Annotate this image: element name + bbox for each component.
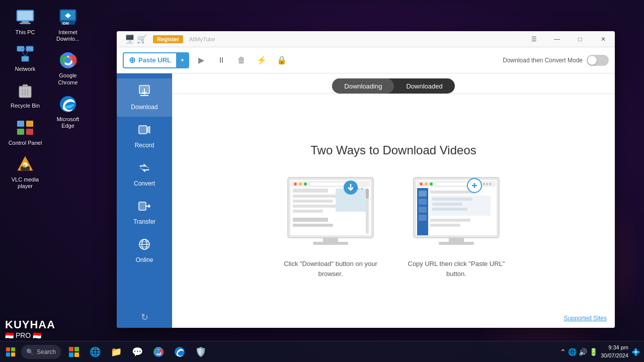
svg-rect-2	[22, 21, 29, 23]
paste-url-dropdown[interactable]: ▾	[176, 53, 188, 67]
svg-rect-58	[293, 210, 323, 213]
tray-volume[interactable]: 🔊	[579, 348, 587, 356]
this-pc-label: This PC	[15, 29, 35, 36]
title-icon-2: 🛒	[137, 34, 147, 44]
svg-point-52	[304, 183, 307, 186]
svg-rect-71	[449, 238, 464, 242]
svg-rect-99	[11, 352, 15, 356]
lock-button[interactable]: 🔒	[274, 52, 290, 68]
svg-point-50	[294, 183, 297, 186]
paste-url-button[interactable]: ⊕ Paste URL ▾	[123, 52, 189, 68]
refresh-icon[interactable]: ↻	[141, 312, 148, 323]
title-bar: 🖥️ 🛒 Register AllMyTube ☰ — □ ✕	[117, 31, 615, 47]
svg-point-64	[354, 188, 356, 190]
desktop-icon-network[interactable]: Network	[5, 42, 45, 74]
svg-rect-89	[432, 203, 462, 206]
methods-row: Click "Download" button on your browser.	[275, 172, 512, 279]
sidebar-item-transfer[interactable]: Transfer	[117, 193, 172, 231]
taskbar-app-1[interactable]	[65, 343, 83, 361]
sidebar-item-convert[interactable]: Convert	[117, 155, 172, 193]
svg-rect-57	[293, 205, 338, 208]
desktop-icon-idm[interactable]: IDM Internet Downlo...	[48, 5, 88, 44]
svg-rect-60	[293, 224, 333, 227]
sidebar-item-online[interactable]: Online	[117, 231, 172, 269]
minimize-button[interactable]: —	[545, 31, 569, 47]
boost-button[interactable]: ⚡	[254, 52, 270, 68]
sidebar-download-label: Download	[131, 104, 157, 111]
svg-point-80	[489, 183, 491, 185]
tab-downloading[interactable]: Downloading	[332, 78, 394, 94]
svg-point-76	[430, 183, 433, 186]
kuyhaa-flag: 🇮🇩 PRO 🇮🇩	[5, 331, 55, 339]
taskbar-date-display: 30/07/2024	[601, 352, 628, 359]
idm-label: Internet Downlo...	[50, 29, 86, 42]
play-button[interactable]: ▶	[193, 52, 209, 68]
svg-point-74	[420, 183, 423, 186]
download-convert-label: Download then Convert Mode	[503, 57, 583, 64]
recycle-bin-label: Recycle Bin	[11, 103, 40, 109]
desktop-icon-recycle-bin[interactable]: Recycle Bin	[5, 78, 45, 111]
desktop-icon-this-pc[interactable]: This PC	[5, 5, 45, 38]
desktop-icon-google-chrome[interactable]: Google Chrome	[48, 48, 88, 87]
menu-button[interactable]: ☰	[522, 31, 545, 47]
svg-rect-48	[313, 242, 348, 245]
taskbar-chrome[interactable]	[149, 343, 168, 361]
taskbar-clock[interactable]: 9:34 pm 30/07/2024	[601, 344, 628, 359]
taskbar-search[interactable]: 🔍 Search	[21, 345, 61, 359]
sidebar: Download Record	[117, 73, 172, 328]
svg-rect-102	[69, 352, 73, 357]
svg-rect-17	[26, 121, 33, 127]
desktop-icon-vlc[interactable]: ▶ VLC media player	[5, 152, 45, 192]
desktop-icon-control-panel[interactable]: Control Panel	[5, 116, 45, 148]
delete-button[interactable]: 🗑	[233, 52, 250, 68]
sidebar-item-download[interactable]: Download	[117, 78, 172, 117]
download-convert-toggle[interactable]	[587, 55, 609, 66]
close-button[interactable]: ✕	[592, 31, 615, 47]
tab-group: Downloading Downloaded	[332, 78, 454, 94]
taskbar-edge[interactable]	[171, 343, 189, 361]
paste-url-label: Paste URL	[138, 56, 171, 64]
svg-point-31	[65, 57, 71, 63]
title-icon-1: 🖥️	[125, 34, 135, 44]
svg-rect-59	[293, 218, 328, 222]
app-window: 🖥️ 🛒 Register AllMyTube ☰ — □ ✕ ⊕ Paste …	[117, 31, 615, 328]
svg-rect-16	[17, 121, 24, 127]
sidebar-item-record[interactable]: Record	[117, 117, 172, 155]
tray-arrow[interactable]: ⌃	[560, 348, 566, 356]
svg-rect-47	[323, 238, 338, 242]
svg-rect-103	[74, 352, 79, 357]
svg-point-32	[60, 96, 76, 112]
sidebar-convert-label: Convert	[134, 180, 155, 187]
svg-rect-85	[419, 215, 427, 221]
svg-rect-90	[432, 208, 467, 211]
taskbar-browser[interactable]: 🌐	[86, 343, 104, 361]
svg-rect-84	[419, 207, 427, 213]
svg-rect-96	[6, 347, 10, 351]
tray-battery[interactable]: 🔋	[589, 348, 598, 356]
svg-rect-97	[11, 347, 15, 351]
svg-rect-18	[17, 129, 24, 135]
taskbar-whatsapp[interactable]: 💬	[128, 343, 146, 361]
pause-button[interactable]: ⏸	[213, 52, 229, 68]
method-1-illustration	[280, 172, 381, 253]
record-icon	[137, 123, 151, 140]
desktop-icon-microsoft-edge[interactable]: Microsoft Edge	[48, 92, 88, 131]
svg-rect-100	[69, 347, 73, 351]
maximize-button[interactable]: □	[569, 31, 592, 47]
taskbar-files[interactable]: 📁	[107, 343, 125, 361]
start-button[interactable]	[0, 341, 21, 363]
svg-point-106	[156, 350, 160, 354]
register-button[interactable]: Register	[153, 35, 183, 43]
paste-url-main[interactable]: ⊕ Paste URL	[124, 55, 176, 65]
tray-network[interactable]: 🌐	[568, 348, 577, 356]
svg-point-51	[299, 183, 302, 186]
svg-rect-54	[293, 189, 328, 193]
svg-point-66	[361, 188, 363, 190]
notification-icon[interactable]: 💠	[631, 348, 640, 356]
sidebar-bottom: ↻	[117, 312, 172, 328]
google-chrome-label: Google Chrome	[50, 72, 86, 85]
taskbar-shield[interactable]: 🛡️	[192, 343, 210, 361]
supported-sites-link[interactable]: Supported Sites	[564, 315, 607, 322]
tab-downloaded[interactable]: Downloaded	[394, 78, 454, 94]
system-tray-icons: ⌃ 🌐 🔊 🔋	[560, 348, 598, 356]
